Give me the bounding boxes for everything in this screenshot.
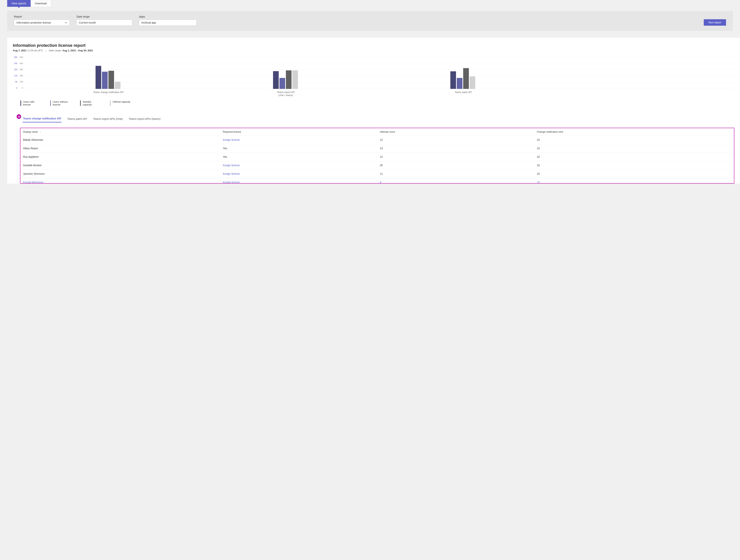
filter-panel: Report Information protection license Da… <box>7 11 733 31</box>
chevron-down-icon <box>65 21 67 24</box>
report-time: 11:59 am (PT) <box>27 49 43 52</box>
y-axis-primary: 30k24k18k12k6k0 <box>13 56 19 89</box>
report-title: Information protection license report <box>13 43 734 48</box>
date-range-value: Current month <box>79 21 96 24</box>
chart-plot <box>24 56 734 89</box>
report-label: Report <box>14 15 70 18</box>
x-axis-label: Teams change notification API <box>93 91 124 94</box>
table-row[interactable]: Hilary ReyesYes1310 <box>20 144 734 153</box>
chart-bar <box>96 66 101 89</box>
bar-group <box>273 71 298 89</box>
legend-swatch <box>80 100 81 106</box>
sort-down-icon: ↓ <box>40 131 41 133</box>
chart-bar <box>292 71 298 89</box>
legend-item: Users with license <box>20 100 41 106</box>
report-select[interactable]: Information protection license <box>14 20 70 26</box>
y-axis-secondary: 5004003002001000 <box>19 56 24 89</box>
chart-bar <box>470 77 475 89</box>
data-table-highlight: Display name ↓ Required license Attempt … <box>20 128 734 184</box>
legend-label: Users without license <box>53 100 71 106</box>
report-date: Aug 7, 2021 <box>13 49 26 52</box>
tab-view-reports[interactable]: View reports <box>7 0 30 7</box>
legend-swatch <box>20 100 21 106</box>
data-table: Display name ↓ Required license Attempt … <box>20 128 734 183</box>
table-row[interactable]: Krystal McKinneyAssign license410 <box>20 178 734 183</box>
apps-value: Archival app <box>142 21 156 24</box>
chart-bar <box>102 72 108 89</box>
col-attempt-count[interactable]: Attempt count <box>377 128 534 136</box>
data-tab-bar: 10 Teams change notification API Teams p… <box>7 106 740 122</box>
legend-swatch <box>110 100 111 106</box>
chart-bar <box>273 71 279 89</box>
table-row[interactable]: Danielle BookerAssign license2010 <box>20 161 734 170</box>
x-axis-label: Teams patch API <box>455 91 472 94</box>
range-value: Aug 1, 2021 - Aug 30, 2021 <box>62 49 93 52</box>
table-row[interactable]: Babak ShammasAssign license1210 <box>20 136 734 144</box>
chart: 30k24k18k12k6k0 5004003002001000 Teams c… <box>7 52 740 97</box>
col-display-name[interactable]: Display name ↓ <box>20 128 220 136</box>
x-axis-label: Teams export API(chat + teams) <box>277 91 295 97</box>
legend-item: Seeded capacity <box>80 100 101 106</box>
legend-swatch <box>50 100 51 106</box>
report-select-value: Information protection license <box>16 21 51 24</box>
data-tab-patch[interactable]: Teams patch API <box>67 115 87 122</box>
legend-label: Utilized capacity <box>112 100 130 106</box>
meta-separator: | <box>45 49 46 52</box>
x-axis-labels: Teams change notification APITeams expor… <box>24 91 734 97</box>
col-required-license[interactable]: Required license <box>220 128 377 136</box>
col-display-name-label: Display name <box>23 130 38 133</box>
apps-label: Apps <box>139 15 197 18</box>
callout-badge: 10 <box>17 114 21 119</box>
data-tab-export-teams[interactable]: Teams export APIs (teams) <box>128 115 161 122</box>
data-tab-export-chat[interactable]: Teams export APIs (chat) <box>93 115 123 122</box>
apps-select[interactable]: Archival app <box>139 20 197 26</box>
col-notification-sent[interactable]: Change notification sent <box>534 128 734 136</box>
data-tab-change-notification[interactable]: Teams change notification API <box>23 115 62 122</box>
legend-item: Utilized capacity <box>110 100 130 106</box>
date-range-label: Date range <box>77 15 132 18</box>
range-label: Date range: <box>49 49 62 52</box>
chart-bar <box>463 68 469 89</box>
legend-label: Users with license <box>23 100 41 106</box>
chart-bar <box>279 78 285 89</box>
chart-bar <box>108 71 114 89</box>
assign-license-link[interactable]: Assign license <box>220 170 377 178</box>
report-meta: Aug 7, 2021 11:59 am (PT) | Date range: … <box>13 49 734 52</box>
chart-bar <box>457 78 462 89</box>
legend-label: Seeded capacity <box>83 100 101 106</box>
table-row[interactable]: Roy AppletonYes1210 <box>20 153 734 161</box>
top-tab-bar: View reports Download <box>0 0 740 7</box>
assign-license-link[interactable]: Assign license <box>220 136 377 144</box>
assign-license-link[interactable]: Assign license <box>220 161 377 170</box>
chart-bar <box>286 71 291 89</box>
table-row[interactable]: Jazmine SimmonsAssign license1110 <box>20 170 734 178</box>
legend-item: Users without license <box>50 100 71 106</box>
report-card: Information protection license report Au… <box>7 38 740 184</box>
date-range-select[interactable]: Current month <box>77 20 132 26</box>
chart-bar <box>450 71 456 89</box>
tab-download[interactable]: Download <box>30 0 51 7</box>
bar-group <box>96 66 120 89</box>
chart-bar <box>115 82 120 89</box>
run-report-button[interactable]: Run report <box>704 19 726 26</box>
chart-legend: Users with licenseUsers without licenseS… <box>15 97 740 106</box>
bar-group <box>450 68 475 89</box>
